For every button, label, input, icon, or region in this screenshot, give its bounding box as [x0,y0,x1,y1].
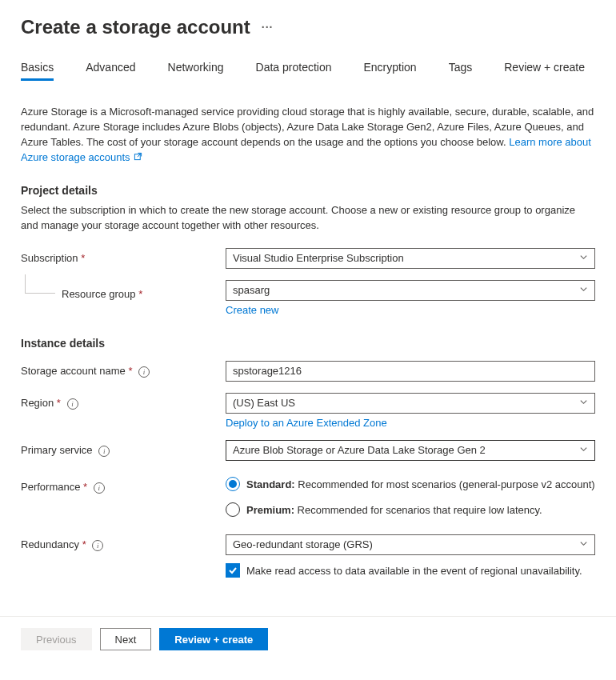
review-create-button[interactable]: Review + create [159,628,268,650]
indent-bracket [25,274,55,294]
project-details-heading: Project details [21,184,595,197]
project-details-desc: Select the subscription in which to crea… [21,203,595,234]
read-access-checkbox[interactable] [226,563,240,578]
subscription-label: Subscription * [21,248,226,264]
external-link-icon [134,150,142,166]
read-access-label: Make read access to data available in th… [246,565,582,577]
instance-details-heading: Instance details [21,337,595,350]
intro-text: Azure Storage is a Microsoft-managed ser… [21,105,595,165]
more-actions-icon[interactable]: ··· [262,22,274,33]
intro-body: Azure Storage is a Microsoft-managed ser… [21,106,594,148]
create-new-link[interactable]: Create new [226,304,595,316]
tab-encryption[interactable]: Encryption [364,61,417,81]
info-icon[interactable]: i [94,482,105,494]
chevron-down-icon [579,444,588,457]
chevron-down-icon [579,284,588,297]
performance-standard-label: Standard: Recommended for most scenarios… [246,478,595,490]
extended-zone-link[interactable]: Deploy to an Azure Extended Zone [226,417,595,429]
region-label: Region * i [21,393,226,410]
resource-group-label: Resource group * [62,284,142,300]
resource-group-select[interactable]: spasarg [226,280,595,301]
primary-service-label: Primary service i [21,440,226,457]
storage-account-name-label: Storage account name * i [21,361,226,378]
redundancy-value: Geo-redundant storage (GRS) [233,538,373,551]
storage-account-name-value: spstorage1216 [233,365,302,378]
previous-button: Previous [21,628,92,650]
footer-bar: Previous Next Review + create [0,616,616,662]
page-title: Create a storage account ··· [21,16,595,38]
chevron-down-icon [579,252,588,265]
performance-premium-label: Premium: Recommended for scenarios that … [246,504,542,516]
region-value: (US) East US [233,397,295,410]
performance-premium-radio[interactable] [226,502,240,517]
chevron-down-icon [579,397,588,410]
next-button[interactable]: Next [100,628,152,650]
redundancy-label: Redundancy * i [21,534,226,551]
subscription-select[interactable]: Visual Studio Enterprise Subscription [226,248,595,269]
tab-tags[interactable]: Tags [449,61,473,81]
info-icon[interactable]: i [138,366,150,378]
resource-group-value: spasarg [233,284,270,297]
tab-review-create[interactable]: Review + create [504,61,585,81]
performance-label: Performance * i [21,477,226,494]
region-select[interactable]: (US) East US [226,393,595,414]
tab-advanced[interactable]: Advanced [86,61,135,81]
tab-data-protection[interactable]: Data protection [256,61,332,81]
tab-networking[interactable]: Networking [168,61,224,81]
redundancy-select[interactable]: Geo-redundant storage (GRS) [226,534,595,555]
tabs-bar: Basics Advanced Networking Data protecti… [21,61,595,81]
page-title-text: Create a storage account [21,16,250,38]
primary-service-select[interactable]: Azure Blob Storage or Azure Data Lake St… [226,440,595,461]
info-icon[interactable]: i [67,398,78,410]
storage-account-name-input[interactable]: spstorage1216 [226,361,595,382]
performance-standard-radio[interactable] [226,477,240,491]
info-icon[interactable]: i [92,540,103,551]
tab-basics[interactable]: Basics [21,61,54,81]
chevron-down-icon [579,538,588,551]
subscription-value: Visual Studio Enterprise Subscription [233,252,404,265]
info-icon[interactable]: i [98,446,110,457]
primary-service-value: Azure Blob Storage or Azure Data Lake St… [233,444,486,457]
